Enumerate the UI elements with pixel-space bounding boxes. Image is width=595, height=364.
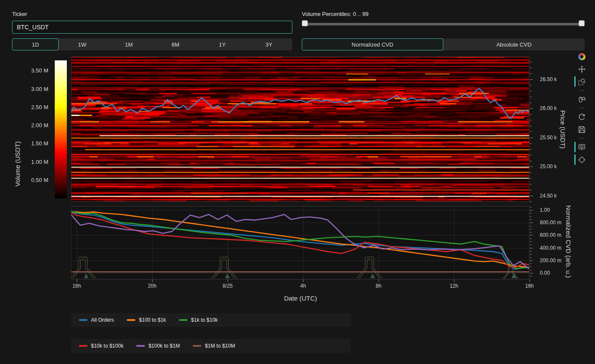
axis-tick (530, 97, 532, 97)
date-tick-label: 12h (450, 283, 458, 289)
axis-tick (530, 196, 533, 196)
price-tick-label: 25.00 k (540, 163, 557, 169)
legend-label: $100k to $1M (148, 343, 180, 349)
period-button-group: 1D1W1M6M1Y3Y (12, 38, 292, 50)
legend-label: $100 to $1k (139, 317, 166, 323)
volume-colorbar (55, 60, 67, 198)
axis-tick (530, 149, 532, 150)
period-button-1d[interactable]: 1D (12, 38, 59, 50)
cvd-axis-title: Normalized CVD (arb. u.) (565, 205, 572, 278)
colorbar-tick-label: 3.00 M (17, 86, 48, 92)
axis-tick (228, 279, 228, 282)
colorbar-tick-label: 0.50 M (17, 177, 48, 183)
axis-tick (530, 276, 532, 276)
axis-tick (530, 270, 532, 270)
box-zoom-icon[interactable] (578, 78, 586, 85)
period-button-1w[interactable]: 1W (59, 38, 105, 50)
axis-tick (530, 68, 532, 68)
axis-tick (530, 251, 532, 251)
axis-tick (530, 161, 532, 161)
colorbar-tick-label: 2.00 M (17, 122, 48, 129)
cvd-tick-label: 200.00 m (540, 257, 561, 264)
legend-swatch-icon (193, 345, 201, 347)
axis-tick (530, 114, 532, 115)
date-tick-label: 8/25 (222, 283, 232, 289)
legend-label: All Orders (91, 317, 114, 323)
ticker-label: Ticker (12, 11, 27, 17)
legend-swatch-icon (79, 345, 88, 347)
axis-tick (530, 138, 533, 138)
date-axis-title: Date (UTC) (284, 295, 317, 302)
legend-label: $10k to $100k (91, 343, 123, 349)
slider-selected-range[interactable] (305, 23, 582, 25)
axis-tick (530, 184, 532, 185)
period-button-1m[interactable]: 1M (106, 38, 152, 50)
legend-label: $1M to $10M (205, 343, 235, 349)
axis-tick (530, 264, 532, 264)
axis-tick (530, 217, 532, 217)
axis-tick (530, 260, 533, 261)
period-button-6m[interactable]: 6M (152, 38, 199, 50)
normalized-cvd-plot[interactable] (71, 206, 529, 279)
wheel-zoom-icon[interactable] (578, 95, 586, 103)
period-button-1y[interactable]: 1Y (199, 38, 245, 50)
crosshair-icon[interactable] (578, 156, 586, 163)
legend-row-1: All Orders$100 to $1k$1k to $10k (71, 313, 351, 327)
price-axis-title: Price (USDT) (559, 110, 567, 148)
axis-tick (530, 242, 532, 242)
pan-icon[interactable] (578, 65, 586, 73)
axis-tick (530, 166, 533, 167)
toolbar-separator (579, 138, 584, 138)
axis-tick (530, 245, 532, 245)
tab-normalized-cvd[interactable]: Normalized CVD (302, 38, 443, 50)
bokeh-logo[interactable] (578, 53, 586, 60)
axis-tick (529, 279, 530, 282)
cvd-tick-label: 1.00 (540, 207, 550, 213)
price-tick-label: 24.50 k (540, 193, 557, 199)
axis-tick (530, 232, 532, 232)
cvd-tick-label: 0.00 (540, 270, 550, 276)
axis-tick (530, 126, 532, 126)
legend-item: $1k to $10k (179, 317, 218, 323)
axis-tick (530, 207, 532, 207)
axis-tick (530, 254, 532, 254)
axis-tick (530, 73, 532, 74)
axis-tick (530, 120, 532, 120)
colorbar-tick-label: 3.50 M (17, 68, 48, 74)
axis-tick (530, 108, 533, 109)
legend-item: $100k to $1M (136, 343, 180, 349)
colorbar-tick-label: 1.50 M (17, 141, 48, 147)
legend-swatch-icon (179, 319, 188, 321)
colorbar-tick-label: 2.50 M (17, 104, 48, 110)
reset-icon[interactable] (578, 113, 586, 121)
axis-tick (530, 85, 532, 85)
axis-tick (303, 279, 304, 282)
cvd-tick-label: 400.00 m (540, 245, 561, 251)
bokeh-toolbar (578, 53, 586, 163)
toolbar-separator (579, 108, 584, 108)
axis-tick (530, 190, 532, 190)
hover-icon[interactable] (578, 143, 586, 151)
tab-absolute-cvd[interactable]: Absolute CVD (443, 38, 585, 50)
price-tick-label: 26.50 k (540, 76, 557, 82)
axis-tick (77, 279, 77, 282)
date-tick-label: 20h (148, 283, 157, 289)
cvd-tick-label: 600.00 m (540, 232, 561, 238)
toolbar-separator (579, 90, 584, 91)
bokeh-logo-icon (578, 53, 586, 60)
save-icon[interactable] (578, 126, 586, 133)
period-button-3y[interactable]: 3Y (246, 38, 292, 50)
axis-tick (530, 173, 532, 173)
ticker-input[interactable] (12, 21, 292, 34)
axis-tick (530, 238, 532, 239)
date-tick-label: 4h (300, 283, 306, 289)
price-volume-heatmap-plot[interactable] (71, 56, 529, 202)
axis-tick (530, 91, 532, 91)
price-tick-label: 26.00 k (540, 105, 557, 111)
slider-handle-high[interactable] (579, 20, 585, 26)
axis-tick (530, 132, 532, 132)
axis-tick (379, 279, 379, 282)
axis-tick (530, 257, 532, 258)
legend-swatch-icon (79, 319, 88, 321)
slider-handle-low[interactable] (302, 20, 308, 26)
